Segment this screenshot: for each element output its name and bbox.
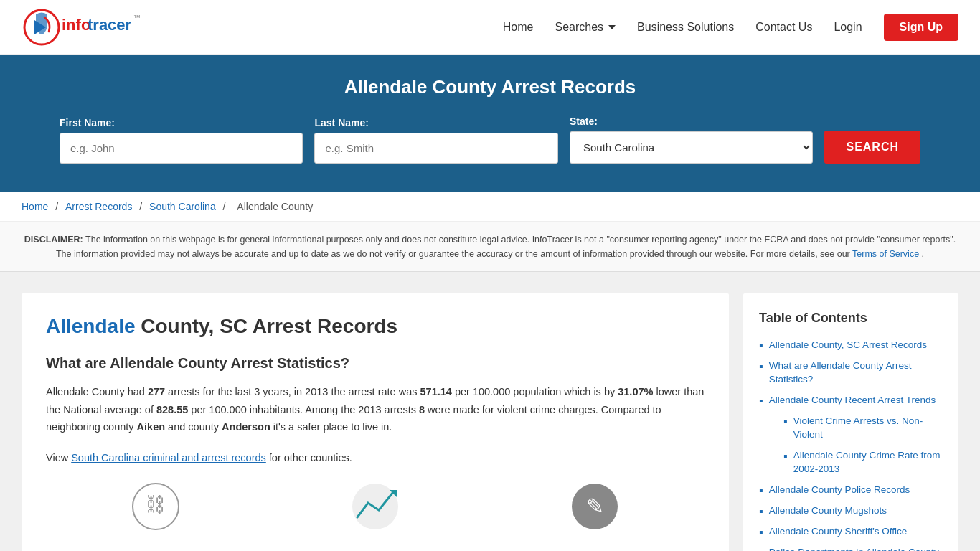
icon-item-3: ✎	[566, 481, 623, 534]
stats-text-7: and county	[165, 421, 222, 433]
stats-text-8: it's a safer place to live in.	[270, 421, 392, 433]
site-header: info tracer ™ Home Searches Business Sol…	[0, 0, 980, 55]
svg-text:tracer: tracer	[88, 16, 132, 34]
national-avg: 828.55	[156, 404, 188, 415]
toc-title: Table of Contents	[759, 311, 943, 326]
disclaimer-bar: DISCLAIMER: The information on this webp…	[0, 222, 980, 272]
violent-count: 8	[419, 404, 425, 415]
breadcrumb-arrest-records[interactable]: Arrest Records	[65, 201, 132, 212]
toc-bullet-6: ▪	[759, 484, 763, 497]
svg-text:⛓: ⛓	[146, 494, 166, 516]
toc-bullet-2: ▪	[759, 359, 763, 373]
toc-item-9: ▪ Police Departments in Allendale County	[759, 546, 943, 551]
login-button[interactable]: Login	[834, 21, 862, 34]
breadcrumb-allendale-county: Allendale County	[237, 201, 313, 212]
stats-text-2: arrests for the last 3 years, in 2013 th…	[165, 386, 420, 397]
toc-item-3: ▪ Allendale County Recent Arrest Trends	[759, 394, 943, 408]
breadcrumb-sep-1: /	[55, 201, 61, 212]
search-button[interactable]: SEARCH	[824, 131, 920, 164]
stats-text-5: per 100.000 inhabitants. Among the 2013 …	[188, 404, 419, 415]
toc-bullet-7: ▪	[759, 504, 763, 518]
arrest-rate: 571.14	[420, 386, 452, 397]
nav-home[interactable]: Home	[503, 21, 534, 34]
toc-link-9[interactable]: Police Departments in Allendale County	[769, 546, 939, 551]
toc-link-5[interactable]: Allendale County Crime Rate from 2002-20…	[793, 449, 943, 476]
main-nav: Home Searches Business Solutions Contact…	[503, 14, 958, 41]
first-name-input[interactable]	[60, 133, 303, 164]
heading-rest: County, SC Arrest Records	[135, 315, 397, 337]
disclaimer-text: The information on this webpage is for g…	[56, 235, 956, 259]
toc-link-2[interactable]: What are Allendale County Arrest Statist…	[769, 359, 943, 387]
stats-paragraph: Allendale County had 277 arrests for the…	[46, 383, 705, 436]
toc-link-1[interactable]: Allendale County, SC Arrest Records	[769, 339, 927, 352]
icon-item-1: ⛓	[127, 481, 184, 534]
logo-svg: info tracer ™	[22, 7, 143, 47]
arrests-count: 277	[148, 386, 165, 397]
terms-of-service-link[interactable]: Terms of Service	[852, 249, 919, 259]
stats-icon: ✎	[570, 481, 620, 532]
logo[interactable]: info tracer ™	[22, 7, 143, 47]
state-group: State: South Carolina Alabama Alaska Ari…	[570, 116, 813, 164]
last-name-label: Last Name:	[314, 117, 557, 128]
svg-text:info: info	[62, 16, 90, 34]
lower-pct: 31.07%	[618, 386, 653, 397]
toc-link-4[interactable]: Violent Crime Arrests vs. Non-Violent	[793, 415, 943, 442]
breadcrumb: Home / Arrest Records / South Carolina /…	[0, 192, 980, 222]
icon-item-2	[347, 481, 404, 534]
toc-link-3[interactable]: Allendale County Recent Arrest Trends	[769, 394, 936, 408]
toc-item-1: ▪ Allendale County, SC Arrest Records	[759, 339, 943, 352]
last-name-group: Last Name:	[314, 117, 557, 164]
breadcrumb-home[interactable]: Home	[22, 201, 48, 212]
toc-bullet-5: ▪	[783, 449, 788, 463]
disclaimer-end: .	[922, 249, 924, 259]
toc-item-7: ▪ Allendale County Mugshots	[759, 504, 943, 518]
page-title: Allendale County Arrest Records	[29, 76, 951, 98]
search-form: First Name: Last Name: State: South Caro…	[60, 116, 920, 164]
main-content: Allendale County, SC Arrest Records What…	[0, 272, 980, 551]
icons-row: ⛓ ✎	[46, 481, 705, 534]
toc-bullet-8: ▪	[759, 525, 763, 539]
last-name-input[interactable]	[314, 133, 557, 164]
breadcrumb-south-carolina[interactable]: South Carolina	[149, 201, 216, 212]
toc-link-7[interactable]: Allendale County Mugshots	[769, 504, 887, 518]
state-label: State:	[570, 116, 813, 127]
toc-item-6: ▪ Allendale County Police Records	[759, 484, 943, 497]
toc-item-2: ▪ What are Allendale County Arrest Stati…	[759, 359, 943, 387]
first-name-group: First Name:	[60, 117, 303, 164]
sc-records-link[interactable]: South Carolina criminal and arrest recor…	[71, 452, 266, 463]
hero-section: Allendale County Arrest Records First Na…	[0, 55, 980, 192]
breadcrumb-sep-2: /	[139, 201, 145, 212]
searches-chevron-icon	[608, 25, 616, 29]
content-left: Allendale County, SC Arrest Records What…	[22, 293, 729, 551]
toc-bullet-9: ▪	[759, 546, 763, 551]
stats-text-1: Allendale County had	[46, 386, 148, 397]
nav-searches[interactable]: Searches	[555, 21, 616, 34]
state-select[interactable]: South Carolina Alabama Alaska Arizona Ca…	[570, 131, 813, 164]
toc-bullet-1: ▪	[759, 339, 763, 352]
toc-link-8[interactable]: Allendale County Sheriff's Office	[769, 525, 908, 539]
toc-item-4: ▪ Violent Crime Arrests vs. Non-Violent	[772, 415, 943, 442]
view-paragraph: View South Carolina criminal and arrest …	[46, 449, 705, 467]
nav-contact-us[interactable]: Contact Us	[755, 21, 812, 34]
heading-blue: Allendale	[46, 315, 135, 337]
toc-link-6[interactable]: Allendale County Police Records	[769, 484, 910, 497]
county1: Aiken	[137, 421, 166, 433]
view-text-1: View	[46, 452, 71, 463]
svg-text:™: ™	[133, 14, 141, 22]
toc-item-8: ▪ Allendale County Sheriff's Office	[759, 525, 943, 539]
toc-bullet-4: ▪	[783, 415, 788, 428]
nav-business-solutions[interactable]: Business Solutions	[637, 21, 734, 34]
table-of-contents: Table of Contents ▪ Allendale County, SC…	[743, 293, 958, 551]
trend-icon	[350, 481, 400, 532]
arrest-icon: ⛓	[131, 481, 181, 532]
svg-text:✎: ✎	[586, 494, 604, 518]
toc-bullet-3: ▪	[759, 394, 763, 408]
toc-list: ▪ Allendale County, SC Arrest Records ▪ …	[759, 339, 943, 551]
signup-button[interactable]: Sign Up	[884, 14, 958, 41]
content-heading: Allendale County, SC Arrest Records	[46, 315, 705, 338]
first-name-label: First Name:	[60, 117, 303, 128]
breadcrumb-sep-3: /	[223, 201, 229, 212]
county2: Anderson	[222, 421, 270, 433]
toc-item-5: ▪ Allendale County Crime Rate from 2002-…	[772, 449, 943, 476]
stats-heading: What are Allendale County Arrest Statist…	[46, 355, 705, 372]
